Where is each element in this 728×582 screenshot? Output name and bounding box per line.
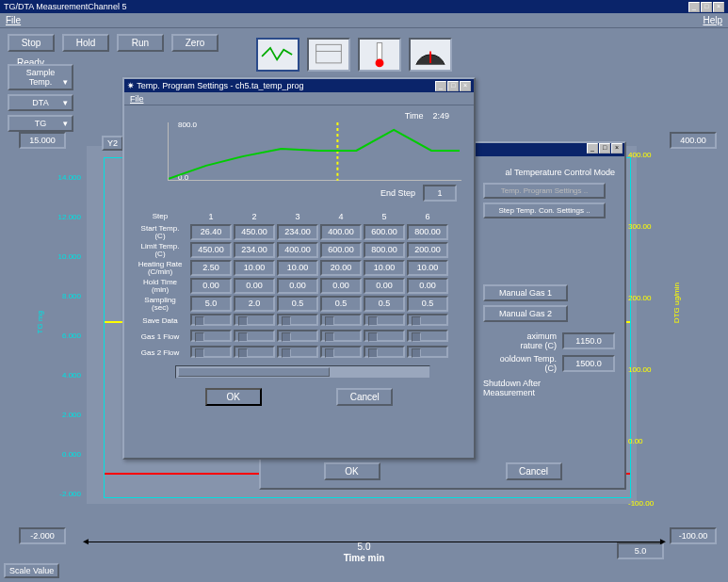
heat-rate-1[interactable]: 2.50	[190, 260, 232, 276]
hold-time-5[interactable]: 0.00	[364, 278, 405, 294]
x-min-box[interactable]: -2.000	[19, 527, 66, 544]
gas2-flow-1[interactable]	[190, 346, 232, 358]
sampling-1[interactable]: 5.0	[190, 296, 232, 312]
step-header: Step	[132, 211, 188, 222]
dialog-maximize-button[interactable]: □	[447, 81, 459, 91]
x-max-box[interactable]: 5.0	[617, 542, 664, 559]
hold-button[interactable]: Hold	[62, 34, 109, 52]
outer-maximize-button[interactable]: □	[599, 143, 610, 154]
gas2-flow-3[interactable]	[277, 346, 318, 358]
start-temp-1[interactable]: 26.40	[190, 224, 232, 240]
stop-button[interactable]: Stop	[8, 34, 55, 52]
minimize-button[interactable]: _	[688, 2, 700, 12]
y2-button[interactable]: Y2	[102, 136, 123, 151]
sampling-6[interactable]: 0.5	[407, 296, 448, 312]
cooldown-temp-input[interactable]: 1500.0	[562, 355, 615, 372]
y-right-max-box[interactable]: 400.00	[670, 132, 717, 149]
sampling-5[interactable]: 0.5	[364, 296, 405, 312]
heat-rate-3[interactable]: 10.00	[277, 260, 318, 276]
gas2-flow-2[interactable]	[234, 346, 275, 358]
manual-gas-1-button[interactable]: Manual Gas 1	[483, 284, 568, 301]
time-value: 2:49	[432, 111, 449, 121]
thumbnail-thermometer[interactable]	[358, 38, 401, 72]
outer-cancel-button[interactable]: Cancel	[506, 462, 562, 480]
run-button[interactable]: Run	[117, 34, 164, 52]
heat-rate-5[interactable]: 10.00	[364, 260, 405, 276]
gas1-flow-1[interactable]	[190, 330, 232, 342]
row-start-temp: Start Temp. (C) 26.40 450.00 234.00 400.…	[132, 224, 448, 240]
hold-time-3[interactable]: 0.00	[277, 278, 318, 294]
sampling-3[interactable]: 0.5	[277, 296, 318, 312]
gas1-flow-2[interactable]	[234, 330, 275, 342]
save-data-2[interactable]	[234, 314, 275, 326]
sample-temp-dropdown[interactable]: Sample Temp.	[8, 64, 73, 90]
dialog-file-menu[interactable]: File	[130, 94, 144, 104]
outer-minimize-button[interactable]: _	[587, 143, 598, 154]
limit-temp-5[interactable]: 800.00	[364, 242, 405, 258]
gas1-flow-4[interactable]	[320, 330, 362, 342]
heat-rate-2[interactable]: 10.00	[234, 260, 275, 276]
dialog-cancel-button[interactable]: Cancel	[336, 388, 393, 406]
y-left-max-box[interactable]: 15.000	[19, 132, 66, 149]
save-data-3[interactable]	[277, 314, 318, 326]
gas2-flow-6[interactable]	[407, 346, 448, 358]
dialog-close-button[interactable]: ×	[460, 81, 471, 91]
limit-temp-3[interactable]: 400.00	[277, 242, 318, 258]
row-sampling: Sampling (sec) 5.0 2.0 0.5 0.5 0.5 0.5	[132, 296, 448, 312]
main-title: TG/DTA MeasurementChannel 5	[4, 2, 126, 11]
start-temp-3[interactable]: 234.00	[277, 224, 318, 240]
start-temp-5[interactable]: 600.00	[364, 224, 405, 240]
zero-button[interactable]: Zero	[171, 34, 218, 52]
outer-ok-button[interactable]: OK	[324, 462, 380, 480]
gas1-flow-3[interactable]	[277, 330, 318, 342]
max-temp-input[interactable]: 1150.0	[562, 332, 615, 349]
heat-rate-4[interactable]: 20.00	[320, 260, 362, 276]
step-temp-settings-button[interactable]: Step Temp. Con. Settings ..	[483, 202, 606, 218]
y-right-min-box[interactable]: -100.00	[670, 527, 717, 544]
y-left-label: TG mg	[36, 311, 44, 333]
start-temp-2[interactable]: 450.00	[234, 224, 275, 240]
limit-temp-2[interactable]: 234.00	[234, 242, 275, 258]
heat-rate-6[interactable]: 10.00	[407, 260, 448, 276]
save-data-5[interactable]	[364, 314, 405, 326]
thumbnail-program[interactable]	[307, 38, 350, 72]
end-step-input[interactable]: 1	[423, 185, 457, 202]
tg-dropdown[interactable]: TG	[8, 115, 73, 132]
gas1-flow-5[interactable]	[364, 330, 405, 342]
start-temp-6[interactable]: 800.00	[407, 224, 448, 240]
thumbnail-graph[interactable]	[256, 38, 299, 72]
save-data-6[interactable]	[407, 314, 448, 326]
limit-temp-6[interactable]: 200.00	[407, 242, 448, 258]
dta-dropdown[interactable]: DTA	[8, 94, 73, 111]
x-axis-mid-value: 5.0	[358, 542, 371, 552]
hold-time-1[interactable]: 0.00	[190, 278, 232, 294]
temp-prog-settings-button[interactable]: Temp. Program Settings ..	[483, 183, 606, 199]
file-menu[interactable]: File	[6, 15, 21, 25]
limit-temp-4[interactable]: 600.00	[320, 242, 362, 258]
start-temp-4[interactable]: 400.00	[320, 224, 362, 240]
hold-time-2[interactable]: 0.00	[234, 278, 275, 294]
grid-scrollbar[interactable]	[175, 365, 430, 379]
program-grid: Step 1 2 3 4 5 6 Start Temp. (C) 26.40 4…	[130, 209, 450, 362]
sampling-2[interactable]: 2.0	[234, 296, 275, 312]
maximize-button[interactable]: □	[701, 2, 712, 12]
outer-close-button[interactable]: ×	[611, 143, 623, 154]
sampling-4[interactable]: 0.5	[320, 296, 362, 312]
gas2-flow-5[interactable]	[364, 346, 405, 358]
gas1-flow-6[interactable]	[407, 330, 448, 342]
limit-temp-1[interactable]: 450.00	[190, 242, 232, 258]
save-data-1[interactable]	[190, 314, 232, 326]
hold-time-4[interactable]: 0.00	[320, 278, 362, 294]
gas2-flow-4[interactable]	[320, 346, 362, 358]
dialog-ok-button[interactable]: OK	[205, 388, 262, 406]
dialog-titlebar[interactable]: ✷ Temp. Program Settings - ch5.ta_temp_p…	[124, 79, 474, 92]
scale-value-button[interactable]: Scale Value	[4, 563, 59, 578]
help-menu[interactable]: Help	[703, 15, 722, 25]
thumbnail-gauge[interactable]	[409, 38, 452, 72]
save-data-4[interactable]	[320, 314, 362, 326]
close-button[interactable]: ×	[713, 2, 724, 12]
dialog-minimize-button[interactable]: _	[435, 81, 446, 91]
hold-time-6[interactable]: 0.00	[407, 278, 448, 294]
mini-chart: 800.0 0.0	[168, 122, 461, 181]
manual-gas-2-button[interactable]: Manual Gas 2	[483, 305, 568, 322]
